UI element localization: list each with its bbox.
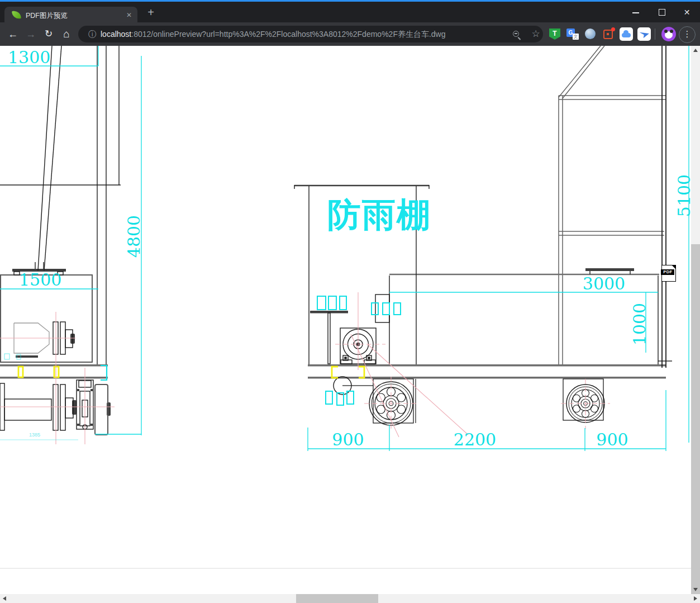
translate-extension-icon[interactable]: G文 [566,27,579,41]
dim-label-1385: 1385 [29,432,40,438]
horizontal-scrollbar-thumb[interactable] [296,594,378,603]
shield-icon: T [549,29,560,40]
url-path: :8012/onlinePreview?url=http%3A%2F%2Floc… [131,30,445,39]
notification-badge [611,27,615,31]
vertical-scrollbar[interactable] [691,46,700,594]
dim-label-5100: 5100 [676,172,693,219]
page-content: 1300 1500 4800 5100 3000 1000 900 2200 9… [0,46,700,594]
url-host: localhost [101,30,131,39]
browser-tab[interactable]: PDF图片预览 ✕ [4,7,137,24]
toolbar-separator [655,29,655,40]
red-badge-extension-icon[interactable] [602,27,615,41]
dim-label-1000: 1000 [631,301,648,348]
dim-label-4800: 4800 [126,213,142,260]
zoom-out-icon[interactable] [513,31,519,37]
panda-icon [665,31,673,39]
cloud-extension-icon[interactable] [620,27,633,41]
tab-close-icon[interactable]: ✕ [124,10,134,20]
browser-menu-button[interactable]: ⋮ [679,26,696,43]
sphere-icon [585,29,596,39]
reload-button[interactable]: ↻ [41,27,56,41]
dim-label-1500: 1500 [19,272,61,288]
cloud-icon [622,33,631,37]
tampermonkey-extension-icon[interactable]: T [548,27,561,41]
back-button[interactable]: ← [6,27,20,41]
spring-favicon [12,10,21,20]
orbit-extension-icon[interactable] [584,27,597,41]
profile-avatar[interactable] [661,27,676,41]
pdf-float-button[interactable]: PDF [661,265,676,282]
vertical-scrollbar-thumb[interactable] [691,244,700,594]
address-bar[interactable]: ⓘ localhost:8012/onlinePreview?url=http%… [78,26,543,42]
horizontal-scrollbar[interactable] [0,594,700,603]
dim-label-900-right: 900 [590,431,635,448]
dim-label-1300: 1300 [8,49,50,66]
scroll-up-arrow-icon[interactable] [693,49,698,52]
site-info-icon[interactable]: ⓘ [87,26,98,42]
bookmark-star-icon[interactable]: ☆ [528,26,543,42]
maximize-icon [659,9,665,16]
scroll-right-arrow-icon[interactable] [694,596,697,601]
dim-label-900-left: 900 [326,431,370,448]
close-window-button[interactable]: ✕ [674,3,699,22]
home-button[interactable]: ⌂ [59,27,74,41]
bird-extension-icon[interactable] [637,27,651,41]
page-fold-icon [672,265,676,269]
scroll-left-arrow-icon[interactable] [3,596,6,601]
minimize-button[interactable] [623,3,648,22]
forward-button[interactable]: → [23,27,38,41]
tab-title: PDF图片预览 [26,11,115,21]
browser-toolbar: ← → ↻ ⌂ ⓘ localhost:8012/onlinePreview?u… [0,22,700,46]
dim-label-2200: 2200 [444,431,506,448]
pdf-badge-label: PDF [661,269,674,275]
minimize-icon [632,12,639,13]
cad-drawing [0,46,700,594]
maximize-button[interactable] [649,3,674,22]
translate-page-icon: 文 [573,34,579,40]
url-text[interactable]: localhost:8012/onlinePreview?url=http%3A… [101,26,446,42]
red-glyph-dot [607,33,609,35]
new-tab-button[interactable]: + [144,6,158,20]
titlebar[interactable]: PDF图片预览 ✕ + ✕ [0,2,700,22]
dim-label-3000: 3000 [576,276,632,292]
canopy-label: 防雨棚 [327,198,431,232]
scroll-down-arrow-icon[interactable] [693,588,698,591]
